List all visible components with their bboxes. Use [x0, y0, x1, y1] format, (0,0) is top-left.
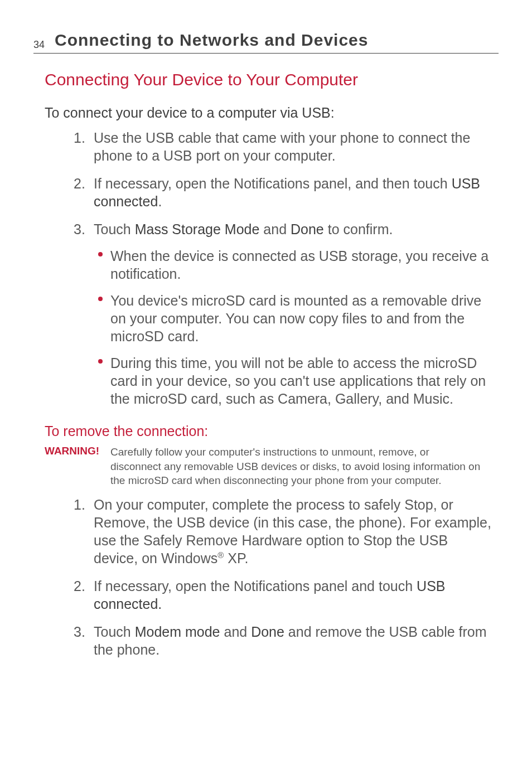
- bullet-item: When the device is connected as USB stor…: [98, 247, 493, 283]
- chapter-title: Connecting to Networks and Devices: [55, 31, 368, 50]
- step-text: and: [220, 624, 252, 640]
- step-text: If necessary, open the Notifications pan…: [94, 578, 417, 594]
- bullet-icon: [98, 359, 103, 364]
- step-number: 3.: [74, 623, 85, 641]
- step-number: 2.: [74, 577, 85, 595]
- connect-steps-list: 1. Use the USB cable that came with your…: [78, 129, 493, 408]
- step-text: Touch: [94, 624, 135, 640]
- bullet-text: When the device is connected as USB stor…: [110, 248, 489, 282]
- step-text: XP.: [224, 550, 248, 566]
- step-text: and: [259, 221, 291, 237]
- bullet-text: You device's microSD card is mounted as …: [110, 293, 481, 344]
- bullet-item: During this time, you will not be able t…: [98, 354, 493, 408]
- step-text: to confirm.: [324, 221, 393, 237]
- step-bold: Modem mode: [135, 624, 220, 640]
- list-item: 2. If necessary, open the Notifications …: [78, 577, 493, 613]
- bullet-text: During this time, you will not be able t…: [110, 355, 486, 406]
- list-item: 3. Touch Mass Storage Mode and Done to c…: [78, 220, 493, 408]
- list-item: 1. Use the USB cable that came with your…: [78, 129, 493, 164]
- step-number: 3.: [74, 220, 85, 238]
- list-item: 1. On your computer, complete the proces…: [78, 496, 493, 567]
- step-text: Use the USB cable that came with your ph…: [94, 130, 470, 163]
- warning-block: WARNING! Carefully follow your computer'…: [45, 445, 482, 488]
- subsection-title-connect: To connect your device to a computer via…: [45, 105, 499, 121]
- warning-text: Carefully follow your computer's instruc…: [110, 445, 482, 488]
- warning-label: WARNING!: [45, 445, 107, 488]
- step-number: 1.: [74, 496, 85, 514]
- section-title: Connecting Your Device to Your Computer: [45, 70, 499, 89]
- subsection-title-remove: To remove the connection:: [45, 423, 499, 439]
- step-number: 1.: [74, 129, 85, 147]
- list-item: 2. If necessary, open the Notifications …: [78, 175, 493, 210]
- step-bold: Done: [291, 221, 324, 237]
- sub-bullet-list: When the device is connected as USB stor…: [98, 247, 493, 408]
- step-bold: Mass Storage Mode: [135, 221, 260, 237]
- step-number: 2.: [74, 175, 85, 192]
- document-page: 34 Connecting to Networks and Devices Co…: [0, 0, 532, 702]
- page-header: 34 Connecting to Networks and Devices: [33, 31, 499, 54]
- bullet-icon: [98, 297, 103, 301]
- step-text: If necessary, open the Notifications pan…: [94, 176, 452, 191]
- registered-symbol: ®: [217, 550, 224, 560]
- step-text: .: [158, 193, 162, 209]
- list-item: 3. Touch Modem mode and Done and remove …: [78, 623, 493, 659]
- remove-steps-list: 1. On your computer, complete the proces…: [78, 496, 493, 659]
- bullet-icon: [98, 252, 103, 256]
- page-number: 34: [33, 39, 45, 51]
- step-text: On your computer, complete the process t…: [94, 497, 491, 566]
- step-bold: Done: [251, 624, 284, 640]
- step-text: Touch: [94, 221, 135, 237]
- bullet-item: You device's microSD card is mounted as …: [98, 292, 493, 345]
